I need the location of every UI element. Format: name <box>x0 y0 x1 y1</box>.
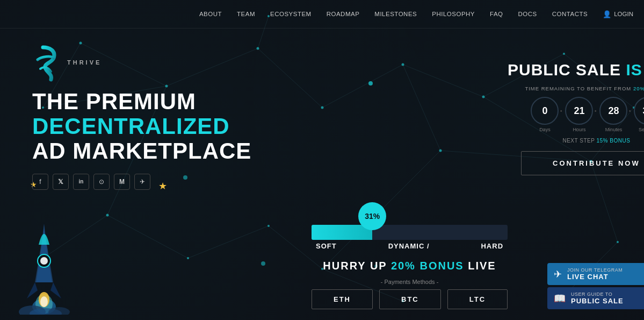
payment-ltc[interactable]: LTC <box>447 289 508 309</box>
telegram-big: LIVE CHAT <box>567 273 623 281</box>
guide-text: User guide to PUBLIC SALE <box>571 291 624 305</box>
progress-bar-container: 31% <box>312 225 508 240</box>
progress-labels: SOFT DYNAMIC / HARD <box>312 242 508 250</box>
nav-faq[interactable]: FAQ <box>490 11 503 17</box>
hurry-post: LIVE <box>464 260 496 272</box>
countdown-hours-value: 21 <box>565 97 593 125</box>
countdown-days-label: Days <box>539 127 551 132</box>
payment-btc[interactable]: BTC <box>379 289 441 309</box>
countdown-minutes-value: 28 <box>599 97 627 125</box>
nav-docs[interactable]: DOCS <box>518 11 537 17</box>
middle-panel: 31% SOFT DYNAMIC / HARD HURRY UP 20% BON… <box>312 29 508 320</box>
headline-line2: DECENTRALIZED <box>32 114 312 139</box>
label-hard: HARD <box>481 242 503 250</box>
book-icon: 📖 <box>554 293 566 304</box>
logo-icon <box>32 45 62 80</box>
public-sale-live: IS LIVE <box>626 61 644 79</box>
person-icon: 👤 <box>603 10 611 18</box>
social-links: f 𝕏 in ⊙ M ✈ <box>32 174 312 190</box>
nav-milestones[interactable]: MILESTONES <box>374 11 417 17</box>
floating-buttons: ✈ Join our Telegram LIVE CHAT 📖 User gui… <box>547 263 644 309</box>
countdown-days-value: 0 <box>531 97 559 125</box>
telegram-icon: ✈ <box>554 268 562 280</box>
nav-links: ABOUT TEAM ECOSYSTEM ROADMAP MILESTONES … <box>199 10 633 18</box>
navbar: ABOUT TEAM ECOSYSTEM ROADMAP MILESTONES … <box>0 0 644 29</box>
hurry-bonus: 20% BONUS <box>391 260 464 272</box>
hurry-pre: HURRY UP <box>323 260 391 272</box>
countdown-hours-label: Hours <box>573 127 585 132</box>
social-telegram[interactable]: ✈ <box>134 174 150 190</box>
guide-big: PUBLIC SALE <box>571 297 624 305</box>
countdown: 0 Days 21 Hours 28 Minutes 32 Seconds <box>531 97 644 132</box>
hero-headline: THE PREMIUM DECENTRALIZED AD MARKETPLACE <box>32 89 312 164</box>
payment-eth[interactable]: ETH <box>312 289 373 309</box>
next-step: NEXT STEP 15% BONUS <box>562 138 630 144</box>
social-linkedin[interactable]: in <box>73 174 89 190</box>
countdown-seconds-label: Seconds <box>639 127 644 132</box>
countdown-minutes-label: Minutes <box>605 127 623 132</box>
payments-label: - Payments Methods - <box>312 279 508 285</box>
label-soft: SOFT <box>316 242 337 250</box>
progress-bubble: 31% <box>358 202 386 230</box>
telegram-small: Join our Telegram <box>567 267 623 273</box>
logo-area: THRIVE <box>32 45 312 80</box>
countdown-hours: 21 Hours <box>565 97 593 132</box>
progress-section: 31% SOFT DYNAMIC / HARD HURRY UP 20% BON… <box>312 128 508 309</box>
nav-philosophy[interactable]: PHILOSOPHY <box>432 11 475 17</box>
countdown-seconds-value: 32 <box>634 97 644 125</box>
payment-buttons: ETH BTC LTC <box>312 289 508 309</box>
public-sale-title: PUBLIC SALE IS LIVE <box>508 61 644 79</box>
progress-wrapper: 31% SOFT DYNAMIC / HARD <box>312 225 508 250</box>
nav-contacts[interactable]: CONTACTS <box>552 11 588 17</box>
next-step-pre: NEXT STEP <box>562 138 596 144</box>
guide-small: User guide to <box>571 291 624 297</box>
headline-line3: AD MARKETPLACE <box>32 139 312 163</box>
social-twitter[interactable]: 𝕏 <box>53 174 69 190</box>
left-panel: THRIVE THE PREMIUM DECENTRALIZED AD MARK… <box>32 29 312 320</box>
hurry-text: HURRY UP 20% BONUS LIVE <box>312 260 508 272</box>
nav-login[interactable]: 👤 LOGIN <box>603 10 633 18</box>
headline-line1: THE PREMIUM <box>32 89 312 114</box>
nav-about[interactable]: ABOUT <box>199 11 222 17</box>
login-label: LOGIN <box>614 11 633 17</box>
telegram-text: Join our Telegram LIVE CHAT <box>567 267 623 281</box>
social-facebook[interactable]: f <box>32 174 48 190</box>
countdown-minutes: 28 Minutes <box>599 97 627 132</box>
countdown-days: 0 Days <box>531 97 559 132</box>
time-bonus: 20% BONUS <box>633 86 644 91</box>
contribute-button[interactable]: CONTRIBUTE NOW <box>521 151 644 175</box>
time-pre: TIME REMAINING TO BENEFIT FROM <box>525 86 633 91</box>
nav-ecosystem[interactable]: ECOSYSTEM <box>270 11 312 17</box>
time-remaining-label: TIME REMAINING TO BENEFIT FROM 20% BONUS <box>525 86 644 91</box>
logo-text: THRIVE <box>67 59 102 66</box>
social-medium[interactable]: M <box>114 174 130 190</box>
telegram-chat-button[interactable]: ✈ Join our Telegram LIVE CHAT <box>547 263 644 285</box>
public-sale-title-part1: PUBLIC SALE <box>508 61 626 79</box>
nav-roadmap[interactable]: ROADMAP <box>327 11 360 17</box>
social-github[interactable]: ⊙ <box>93 174 110 190</box>
next-step-bonus: 15% BONUS <box>596 138 630 144</box>
countdown-seconds: 32 Seconds <box>634 97 644 132</box>
public-sale-guide-button[interactable]: 📖 User guide to PUBLIC SALE <box>547 287 644 309</box>
nav-team[interactable]: TEAM <box>237 11 255 17</box>
label-dynamic: DYNAMIC / <box>388 242 430 250</box>
